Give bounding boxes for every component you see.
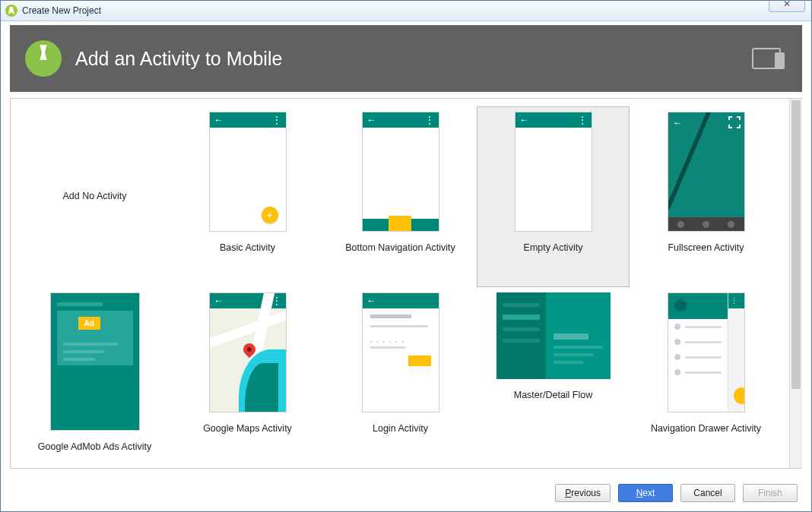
activity-label: Basic Activity (220, 242, 275, 253)
activity-option[interactable]: Ad Google AdMob Ads Activity (18, 287, 171, 468)
wizard-banner: Add an Activity to Mobile (10, 25, 802, 92)
activity-option[interactable]: Empty Activity (477, 106, 630, 287)
back-icon (367, 296, 376, 306)
banner-title: Add an Activity to Mobile (75, 48, 282, 70)
titlebar: Create New Project (1, 1, 811, 21)
more-icon (425, 115, 434, 125)
activity-option[interactable]: Google Maps Activity (171, 287, 324, 468)
previous-button[interactable]: Previous (555, 484, 611, 502)
back-icon: ← (673, 117, 683, 128)
back-icon (520, 115, 529, 125)
activity-option[interactable]: Bottom Navigation Activity (324, 106, 477, 287)
scrollbar-thumb[interactable] (791, 100, 801, 389)
activity-thumb-admob: Ad (50, 292, 140, 431)
activity-label: Navigation Drawer Activity (651, 423, 761, 434)
activity-label: Fullscreen Activity (668, 242, 744, 253)
device-icon (752, 46, 787, 71)
activity-thumb-bottomnav (362, 112, 439, 232)
activity-option[interactable]: ← Fullscreen Activity (630, 106, 782, 287)
activity-thumb-empty (515, 112, 592, 232)
activity-thumb-navdrawer: ⋮ (668, 292, 745, 412)
activity-option[interactable]: ⋮ Navigation Drawer Activity (630, 287, 782, 468)
activity-thumb-basic: + (209, 112, 287, 232)
create-project-window: Create New Project ✕ Add an Activity to … (0, 0, 812, 512)
svg-rect-1 (775, 52, 785, 69)
activity-option[interactable]: Master/Detail Flow (477, 287, 630, 468)
activity-grid: Add No Activity + Basic Activity Bottom … (11, 99, 790, 468)
fullscreen-icon (728, 116, 741, 128)
back-icon (367, 115, 376, 125)
avatar-icon (674, 299, 687, 311)
fab-icon: + (262, 207, 278, 223)
activity-thumb-masterdetail (496, 292, 611, 379)
activity-label: Google Maps Activity (203, 423, 292, 434)
ad-label: Ad (78, 317, 100, 330)
activity-label: Add No Activity (62, 191, 126, 201)
activity-gallery: Add No Activity + Basic Activity Bottom … (10, 98, 802, 469)
android-studio-icon (5, 5, 17, 17)
activity-option[interactable]: Add No Activity (18, 106, 171, 287)
wizard-footer: Previous Next Cancel Finish (1, 475, 811, 511)
activity-label: Google AdMob Ads Activity (38, 441, 151, 452)
activity-label: Master/Detail Flow (514, 390, 593, 400)
cancel-button[interactable]: Cancel (680, 484, 735, 502)
activity-option[interactable]: • • • • • • Login Activity (324, 287, 477, 468)
activity-label: Empty Activity (524, 242, 583, 253)
activity-thumb-fullscreen: ← (668, 112, 745, 232)
more-icon (272, 115, 281, 125)
activity-thumb-login: • • • • • • (362, 292, 439, 412)
window-title: Create New Project (22, 5, 101, 16)
android-studio-logo (25, 40, 62, 77)
back-icon (214, 296, 224, 306)
back-icon (214, 115, 224, 125)
activity-label: Bottom Navigation Activity (345, 242, 455, 253)
activity-option[interactable]: + Basic Activity (171, 106, 324, 287)
fab-icon (734, 387, 745, 404)
more-icon (578, 115, 587, 125)
finish-button[interactable]: Finish (743, 484, 798, 502)
window-close-button[interactable]: ✕ (769, 0, 805, 12)
activity-label: Login Activity (373, 423, 428, 434)
next-button[interactable]: Next (618, 484, 673, 502)
scrollbar[interactable] (789, 99, 802, 468)
activity-thumb-maps (209, 292, 287, 412)
